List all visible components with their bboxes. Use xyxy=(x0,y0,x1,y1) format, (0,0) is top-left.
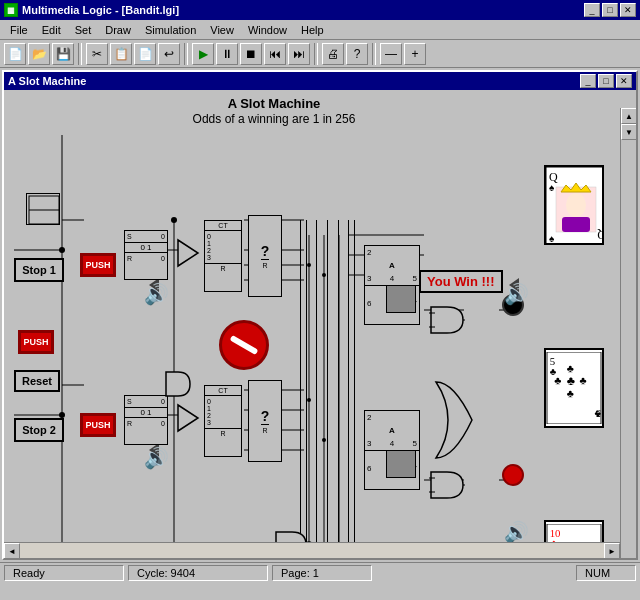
toolbar-sep2 xyxy=(184,43,188,65)
menu-set[interactable]: Set xyxy=(69,22,98,38)
undo-button[interactable]: ↩ xyxy=(158,43,180,65)
stop1-button[interactable]: Stop 1 xyxy=(14,258,64,282)
inner-minimize[interactable]: _ xyxy=(580,74,596,88)
inner-close[interactable]: ✕ xyxy=(616,74,632,88)
help-button[interactable]: ? xyxy=(346,43,368,65)
inner-title-bar: A Slot Machine _ □ ✕ xyxy=(4,72,636,90)
speaker2: 🔊 xyxy=(144,446,169,470)
toolbar: 📄 📂 💾 ✂ 📋 📄 ↩ ▶ ⏸ ⏹ ⏮ ⏭ 🖨 ? — + xyxy=(0,40,640,68)
svg-rect-60 xyxy=(562,217,590,232)
svg-text:♠: ♠ xyxy=(549,182,555,193)
push1-button[interactable]: PUSH xyxy=(80,253,116,277)
new-button[interactable]: 📄 xyxy=(4,43,26,65)
svg-text:10: 10 xyxy=(550,527,561,539)
buffer2 xyxy=(176,403,200,433)
status-cycle: Cycle: 9404 xyxy=(128,565,268,581)
input-box xyxy=(26,193,60,225)
forward-button[interactable]: ⏭ xyxy=(288,43,310,65)
minimize-button[interactable]: _ xyxy=(584,3,600,17)
svg-text:♣: ♣ xyxy=(567,362,574,374)
flipflop2: S0 0 1 R0 xyxy=(124,395,168,445)
toolbar-sep1 xyxy=(78,43,82,65)
svg-text:♣: ♣ xyxy=(594,409,601,420)
stop2-button[interactable]: Stop 2 xyxy=(14,418,64,442)
and-gate-top xyxy=(429,305,465,335)
gray-box-middle xyxy=(386,450,416,478)
svg-marker-44 xyxy=(178,240,198,266)
menu-help[interactable]: Help xyxy=(295,22,330,38)
status-page: Page: 1 xyxy=(272,565,372,581)
scroll-down-button[interactable]: ▼ xyxy=(621,124,636,140)
status-num: NUM xyxy=(576,565,636,581)
zoom-out-button[interactable]: — xyxy=(380,43,402,65)
scroll-track-h[interactable] xyxy=(20,543,604,558)
speaker5: 🔊 xyxy=(504,520,529,544)
window-title: Multimedia Logic - [Bandit.lgi] xyxy=(22,4,179,16)
svg-text:♣: ♣ xyxy=(554,374,561,386)
scrollbar-vertical[interactable]: ▲ ▼ xyxy=(620,108,636,558)
push2-button[interactable]: PUSH xyxy=(80,413,116,437)
menu-draw[interactable]: Draw xyxy=(99,22,137,38)
queen-card: Q ♠ Q ♠ xyxy=(544,165,604,245)
push-reset-button[interactable]: PUSH xyxy=(18,330,54,354)
title-bar-left: ▦ Multimedia Logic - [Bandit.lgi] xyxy=(4,3,179,17)
svg-point-31 xyxy=(59,247,65,253)
win-label: You Win !!! xyxy=(419,270,503,293)
close-button[interactable]: ✕ xyxy=(620,3,636,17)
circuit-subtitle: Odds of a winning are 1 in 256 xyxy=(134,112,414,126)
toolbar-sep3 xyxy=(314,43,318,65)
save-button[interactable]: 💾 xyxy=(52,43,74,65)
zoom-in-button[interactable]: + xyxy=(404,43,426,65)
menu-simulation[interactable]: Simulation xyxy=(139,22,202,38)
led-lose xyxy=(502,464,524,486)
scrollbar-horizontal[interactable]: ◄ ► xyxy=(4,542,620,558)
pause-button[interactable]: ⏸ xyxy=(216,43,238,65)
flipflop1: S0 0 1 R0 xyxy=(124,230,168,280)
svg-text:♣: ♣ xyxy=(567,374,575,388)
rewind-button[interactable]: ⏮ xyxy=(264,43,286,65)
menu-edit[interactable]: Edit xyxy=(36,22,67,38)
menu-view[interactable]: View xyxy=(204,22,240,38)
bus-area xyxy=(300,220,355,558)
stop-button[interactable]: ⏹ xyxy=(240,43,262,65)
and-gate-bottom xyxy=(429,470,465,500)
svg-text:Q: Q xyxy=(597,228,604,242)
reset-button[interactable]: Reset xyxy=(14,370,60,392)
svg-point-29 xyxy=(171,217,177,223)
inner-title-controls: _ □ ✕ xyxy=(580,74,632,88)
print-button[interactable]: 🖨 xyxy=(322,43,344,65)
paste-button[interactable]: 📄 xyxy=(134,43,156,65)
scroll-right-button[interactable]: ► xyxy=(604,543,620,558)
svg-text:5: 5 xyxy=(550,355,555,367)
main-window: A Slot Machine _ □ ✕ A Slot Machine Odds… xyxy=(2,70,638,560)
menu-bar: File Edit Set Draw Simulation View Windo… xyxy=(0,20,640,40)
play-button[interactable]: ▶ xyxy=(192,43,214,65)
gray-box-top xyxy=(386,285,416,313)
or-gate xyxy=(434,380,474,460)
spinner xyxy=(219,320,269,370)
menu-file[interactable]: File xyxy=(4,22,34,38)
app-icon: ▦ xyxy=(4,3,18,17)
status-ready: Ready xyxy=(4,565,124,581)
mux1: ? R xyxy=(248,215,282,297)
mux2: ? R xyxy=(248,380,282,462)
speaker1: 🔊 xyxy=(144,282,169,306)
title-bar: ▦ Multimedia Logic - [Bandit.lgi] _ □ ✕ xyxy=(0,0,640,20)
open-button[interactable]: 📂 xyxy=(28,43,50,65)
speaker4: 🔊 xyxy=(504,282,529,306)
scroll-left-button[interactable]: ◄ xyxy=(4,543,20,558)
svg-text:♣: ♣ xyxy=(567,387,574,399)
title-bar-controls: _ □ ✕ xyxy=(584,3,636,17)
menu-window[interactable]: Window xyxy=(242,22,293,38)
scroll-up-button[interactable]: ▲ xyxy=(621,108,636,124)
copy-button[interactable]: 📋 xyxy=(110,43,132,65)
svg-text:♣: ♣ xyxy=(579,374,586,386)
cut-button[interactable]: ✂ xyxy=(86,43,108,65)
inner-window-title: A Slot Machine xyxy=(8,75,86,87)
and-gate-left xyxy=(164,370,194,398)
circuit-canvas: A Slot Machine Odds of a winning are 1 i… xyxy=(4,90,614,550)
maximize-button[interactable]: □ xyxy=(602,3,618,17)
counter1: CT 0 1 2 3 R xyxy=(204,220,242,292)
svg-text:♠: ♠ xyxy=(549,233,555,244)
inner-maximize[interactable]: □ xyxy=(598,74,614,88)
